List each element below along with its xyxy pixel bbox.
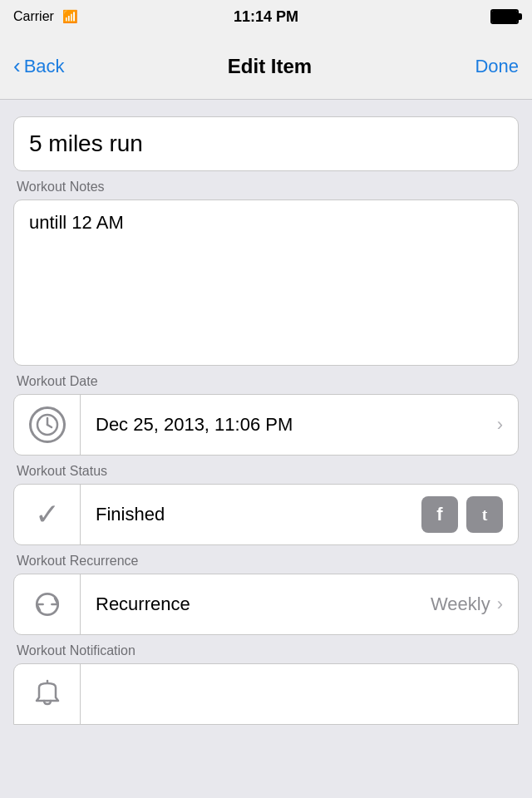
workout-recurrence-label: Workout Recurrence <box>13 545 519 574</box>
recurrence-svg <box>31 588 64 621</box>
workout-date-label: Workout Date <box>13 366 519 394</box>
date-cell-content: Dec 25, 2013, 11:06 PM › <box>81 414 518 436</box>
back-button[interactable]: ‹ Back <box>13 53 65 79</box>
battery-fill <box>492 11 517 22</box>
done-button[interactable]: Done <box>475 56 519 77</box>
recurrence-cell-content: Recurrence Weekly › <box>81 594 518 615</box>
workout-notes-label: Workout Notes <box>13 171 519 200</box>
wifi-icon: 📶 <box>62 9 78 24</box>
time-label: 11:14 PM <box>234 8 298 26</box>
recurrence-label: Recurrence <box>96 594 190 615</box>
notification-cell-icon <box>14 664 81 724</box>
clock-cell-icon <box>14 395 81 455</box>
recurrence-value: Weekly <box>431 594 490 615</box>
status-cell[interactable]: ✓ Finished f t <box>13 484 519 545</box>
status-value: Finished <box>96 504 165 525</box>
workout-notification-label: Workout Notification <box>13 635 519 663</box>
svg-line-2 <box>47 425 52 427</box>
social-icons-group: f t <box>421 496 503 533</box>
checkmark-icon: ✓ <box>35 497 60 532</box>
navigation-bar: ‹ Back Edit Item Done <box>0 33 532 100</box>
status-cell-content: Finished f t <box>81 496 518 533</box>
date-cell[interactable]: Dec 25, 2013, 11:06 PM › <box>13 394 519 456</box>
clock-icon <box>29 406 66 443</box>
status-bar: Carrier 📶 11:14 PM <box>0 0 532 33</box>
recurrence-cell-icon <box>14 574 81 634</box>
notification-icon <box>29 676 66 712</box>
workout-status-label: Workout Status <box>13 456 519 484</box>
carrier-wifi: Carrier 📶 <box>13 9 78 24</box>
notes-textarea[interactable]: untill 12 AM <box>13 200 519 366</box>
clock-svg <box>36 413 59 436</box>
back-chevron-icon: ‹ <box>13 53 21 79</box>
notification-svg <box>35 679 60 709</box>
form-content: Workout Notes untill 12 AM Workout Date … <box>0 100 532 725</box>
battery-icon <box>490 9 519 24</box>
notification-cell[interactable] <box>13 663 519 725</box>
facebook-icon: f <box>436 504 442 525</box>
carrier-label: Carrier <box>13 9 54 24</box>
title-input[interactable] <box>13 116 519 171</box>
page-title: Edit Item <box>228 55 312 78</box>
checkmark-cell-icon: ✓ <box>14 485 81 544</box>
facebook-button[interactable]: f <box>421 496 458 533</box>
recurrence-cell[interactable]: Recurrence Weekly › <box>13 574 519 635</box>
date-chevron-icon: › <box>497 414 503 436</box>
back-label: Back <box>24 56 65 77</box>
recurrence-value-group: Weekly › <box>431 594 503 615</box>
twitter-icon: t <box>482 505 488 525</box>
recurrence-icon <box>29 586 66 623</box>
recurrence-chevron-icon: › <box>497 594 503 615</box>
date-value: Dec 25, 2013, 11:06 PM <box>96 414 293 436</box>
twitter-button[interactable]: t <box>466 496 503 533</box>
